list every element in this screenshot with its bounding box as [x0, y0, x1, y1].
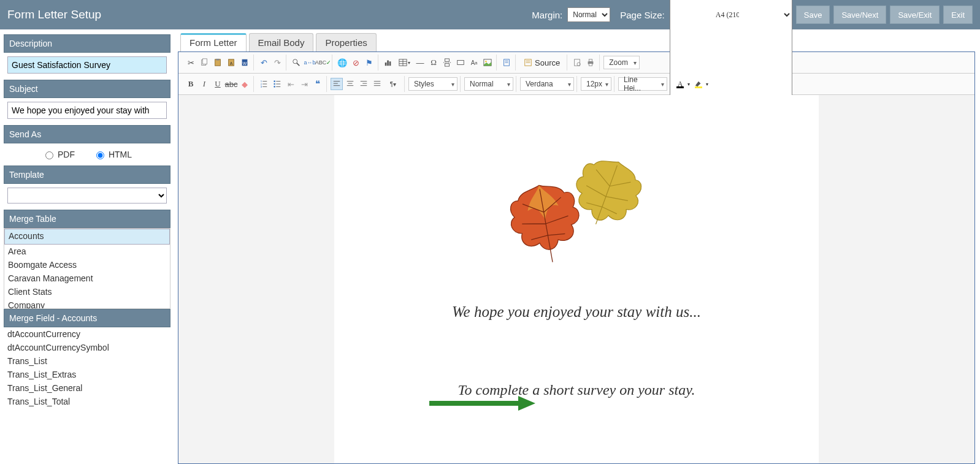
merge-table-list[interactable]: Accounts Area Boomgate Access Caravan Ma… [4, 228, 170, 309]
anchor-icon[interactable]: ⚑ [363, 56, 375, 69]
special-char-icon[interactable]: Ω [427, 56, 440, 69]
save-button[interactable]: Save [796, 6, 830, 24]
svg-marker-59 [518, 396, 535, 411]
document-canvas[interactable]: We hope you enjoyed your stay with us...… [178, 95, 974, 463]
spellcheck-icon[interactable]: ABC✓ [317, 56, 329, 69]
paste-word-icon[interactable]: W [239, 56, 251, 69]
copy-icon[interactable] [198, 56, 210, 69]
list-item[interactable]: Trans_List_Total [4, 395, 170, 408]
page-size-label: Page Size: [620, 10, 665, 20]
list-item[interactable]: Client Stats [4, 285, 170, 299]
exit-button[interactable]: Exit [943, 6, 973, 24]
text-color-icon[interactable]: A▾ [674, 78, 686, 89]
template-select[interactable] [7, 188, 167, 203]
paste-icon[interactable] [212, 56, 224, 69]
bullet-list-icon[interactable] [271, 78, 283, 90]
tab-email-body[interactable]: Email Body [249, 33, 314, 51]
sidebar: Description Subject Send As PDF HTML Tem… [0, 29, 174, 464]
underline-icon[interactable]: U [212, 78, 224, 90]
strike-icon[interactable]: abc [225, 78, 237, 90]
styles-combo[interactable]: Styles [408, 77, 457, 91]
remove-format-icon[interactable]: ◆ [239, 78, 251, 90]
italic-icon[interactable]: I [198, 78, 210, 90]
chart-icon[interactable] [382, 56, 394, 69]
send-as-group: PDF HTML [4, 143, 170, 165]
find-icon[interactable] [290, 56, 302, 69]
merge-table-header: Merge Table [4, 210, 170, 228]
paste-text-icon[interactable]: A [225, 56, 237, 69]
image-icon[interactable] [481, 56, 494, 69]
svg-rect-12 [389, 61, 391, 66]
source-button[interactable]: Source [519, 56, 564, 69]
tab-properties[interactable]: Properties [316, 33, 376, 51]
text-direction-icon[interactable]: ¶▾ [385, 78, 402, 90]
redo-icon[interactable]: ↷ [271, 56, 283, 69]
subject-input[interactable] [7, 102, 167, 119]
hr-icon[interactable]: ― [414, 56, 426, 69]
send-as-header: Send As [4, 125, 170, 143]
list-item[interactable]: dtAccountCurrencySymbol [4, 341, 170, 354]
table-icon[interactable]: ▾ [396, 56, 413, 69]
send-as-html-option[interactable]: HTML [93, 150, 132, 159]
svg-rect-1 [202, 59, 207, 64]
numbered-list-icon[interactable]: 123 [258, 78, 270, 90]
align-center-icon[interactable] [344, 78, 356, 90]
page-break-icon[interactable] [441, 56, 453, 69]
svg-rect-11 [387, 61, 389, 66]
svg-rect-32 [589, 59, 592, 62]
list-item[interactable]: Company [4, 299, 170, 309]
blockquote-icon[interactable]: ❝ [312, 78, 324, 90]
size-combo[interactable]: 12px [581, 77, 611, 91]
bg-color-icon[interactable]: ▾ [692, 78, 705, 89]
template-header: Template [4, 165, 170, 184]
list-item[interactable]: Accounts [4, 229, 170, 245]
send-as-pdf-option[interactable]: PDF [42, 150, 75, 159]
list-item[interactable]: Trans_List_Extras [4, 368, 170, 381]
list-item[interactable]: Area [4, 245, 170, 258]
lineheight-combo[interactable]: Line Hei... [618, 77, 667, 91]
list-item[interactable]: Trans_List [4, 354, 170, 368]
superscript-icon[interactable]: Aа [468, 56, 480, 69]
replace-icon[interactable]: a↔b [304, 56, 316, 69]
document-page[interactable]: We hope you enjoyed your stay with us...… [334, 95, 819, 463]
list-item[interactable]: Boomgate Access [4, 258, 170, 272]
description-header: Description [4, 34, 170, 53]
align-left-icon[interactable] [331, 78, 343, 90]
merge-field-list[interactable]: dtAccountCurrency dtAccountCurrencySymbo… [4, 327, 170, 408]
undo-icon[interactable]: ↶ [258, 56, 270, 69]
svg-rect-3 [216, 59, 219, 61]
send-as-pdf-radio[interactable] [45, 151, 53, 159]
editor-frame: ✂ A W ↶ ↷ a↔b ABC✓ 🌐 ⊘ [178, 51, 975, 464]
svg-rect-10 [385, 63, 387, 66]
indent-icon[interactable]: ⇥ [298, 78, 310, 90]
text-box-icon[interactable] [454, 56, 467, 69]
cut-icon[interactable]: ✂ [185, 56, 197, 69]
list-item[interactable]: Caravan Management [4, 272, 170, 285]
template-icon[interactable] [500, 56, 513, 69]
save-exit-button[interactable]: Save/Exit [890, 6, 940, 24]
svg-point-8 [293, 59, 297, 64]
svg-text:3: 3 [261, 85, 262, 88]
align-justify-icon[interactable] [371, 78, 383, 90]
editor-toolbar-row1: ✂ A W ↶ ↷ a↔b ABC✓ 🌐 ⊘ [178, 52, 974, 74]
print-icon[interactable] [584, 56, 597, 69]
link-icon[interactable]: 🌐 [336, 56, 348, 69]
description-input[interactable] [7, 56, 167, 74]
list-item[interactable]: Trans_List_General [4, 381, 170, 395]
send-as-html-radio[interactable] [96, 151, 104, 159]
list-item[interactable]: dtAccountCurrency [4, 327, 170, 341]
font-combo[interactable]: Verdana [520, 77, 574, 91]
svg-point-42 [274, 86, 275, 88]
bold-icon[interactable]: B [185, 78, 197, 90]
editor-tabs: Form Letter Email Body Properties [180, 33, 975, 51]
preview-icon[interactable] [571, 56, 583, 69]
tab-form-letter[interactable]: Form Letter [180, 33, 247, 51]
align-right-icon[interactable] [358, 78, 370, 90]
save-next-button[interactable]: Save/Next [833, 6, 886, 24]
subject-header: Subject [4, 80, 170, 98]
unlink-icon[interactable]: ⊘ [350, 56, 362, 69]
margin-select[interactable]: Normal [567, 7, 610, 22]
format-combo[interactable]: Normal [464, 77, 513, 91]
outdent-icon[interactable]: ⇤ [285, 78, 297, 90]
zoom-combo[interactable]: Zoom [603, 56, 640, 69]
